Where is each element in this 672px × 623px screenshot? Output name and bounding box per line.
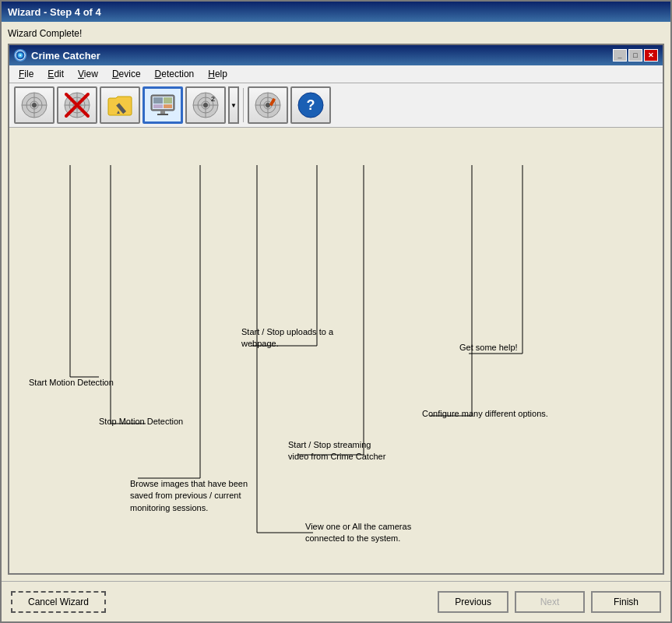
svg-point-2: [19, 55, 21, 56]
stop-motion-button[interactable]: [57, 86, 97, 124]
start-motion-label: Start Motion Detection: [29, 377, 114, 389]
stop-motion-icon: [62, 90, 92, 120]
footer-right: Previous Next Finish: [438, 591, 661, 613]
svg-text:2: 2: [211, 95, 215, 103]
svg-rect-22: [164, 97, 172, 104]
dropdown-arrow-button[interactable]: ▼: [228, 86, 239, 124]
streaming-label: Start / Stop streamingvideo from Crime C…: [288, 439, 385, 463]
wizard-title: Wizard - Step 4 of 4: [8, 6, 101, 18]
view-cameras-label: View one or All the camerasconnected to …: [305, 521, 411, 545]
inner-window: Crime Catcher _ □ ✕ File Edit View Devic…: [8, 44, 664, 575]
menu-help[interactable]: Help: [202, 67, 234, 81]
footer-left: Cancel Wizard: [11, 591, 106, 613]
wizard-titlebar: Wizard - Step 4 of 4: [2, 2, 670, 22]
annotation-connectors: [9, 128, 663, 573]
menu-edit[interactable]: Edit: [41, 67, 70, 81]
svg-rect-21: [153, 97, 163, 104]
menu-file[interactable]: File: [12, 67, 40, 81]
menu-bar: File Edit View Device Detection Help: [9, 65, 663, 83]
toolbar-separator: [243, 88, 244, 122]
inner-titlebar-left: Crime Catcher: [14, 49, 100, 62]
cancel-wizard-button[interactable]: Cancel Wizard: [11, 591, 106, 613]
wizard-complete-label: Wizard Complete!: [8, 28, 664, 39]
inner-titlebar: Crime Catcher _ □ ✕: [9, 45, 663, 65]
finish-button[interactable]: Finish: [591, 591, 661, 613]
configure-button[interactable]: [248, 86, 288, 124]
inner-window-title: Crime Catcher: [31, 50, 100, 62]
help-button[interactable]: ?: [290, 86, 331, 124]
upload-icon: 2: [191, 90, 220, 120]
wizard-body: Wizard Complete! Crime Catcher _: [2, 22, 670, 581]
minimize-button[interactable]: _: [613, 49, 627, 62]
previous-button[interactable]: Previous: [438, 591, 508, 613]
svg-point-32: [203, 103, 208, 107]
svg-text:?: ?: [307, 97, 315, 113]
browse-images-label: Browse images that have beensaved from p…: [130, 478, 248, 514]
titlebar-controls: _ □ ✕: [613, 49, 658, 62]
view-cameras-button[interactable]: [142, 86, 183, 124]
wizard-footer: Cancel Wizard Previous Next Finish: [2, 581, 670, 621]
svg-rect-25: [160, 111, 165, 114]
svg-rect-26: [157, 114, 168, 115]
main-content: Start Motion Detection Stop Motion Detec…: [9, 128, 663, 573]
svg-point-8: [32, 103, 37, 107]
start-motion-button[interactable]: [14, 86, 55, 124]
svg-point-39: [266, 103, 270, 107]
help-icon: ?: [296, 90, 325, 120]
browse-images-icon: [105, 90, 135, 120]
stop-motion-label: Stop Motion Detection: [99, 416, 183, 428]
wizard-window: Wizard - Step 4 of 4 Wizard Complete! Cr…: [0, 0, 672, 623]
menu-device[interactable]: Device: [106, 67, 147, 81]
browse-images-button[interactable]: [100, 86, 140, 124]
svg-rect-24: [164, 104, 172, 108]
start-motion-icon: [19, 90, 49, 120]
view-cameras-icon: [148, 90, 178, 120]
maximize-button[interactable]: □: [628, 49, 642, 62]
toolbar: 2 ▼: [9, 83, 663, 128]
configure-icon: [253, 90, 283, 120]
configure-label: Configure many different options.: [422, 408, 548, 420]
close-button[interactable]: ✕: [644, 49, 658, 62]
upload-label: Start / Stop uploads to awebpage.: [241, 326, 333, 350]
app-icon: [14, 49, 26, 62]
help-label: Get some help!: [459, 342, 518, 354]
menu-detection[interactable]: Detection: [149, 67, 201, 81]
menu-view[interactable]: View: [72, 67, 104, 81]
svg-rect-23: [153, 104, 163, 108]
next-button: Next: [515, 591, 585, 613]
upload-button[interactable]: 2: [185, 86, 226, 124]
